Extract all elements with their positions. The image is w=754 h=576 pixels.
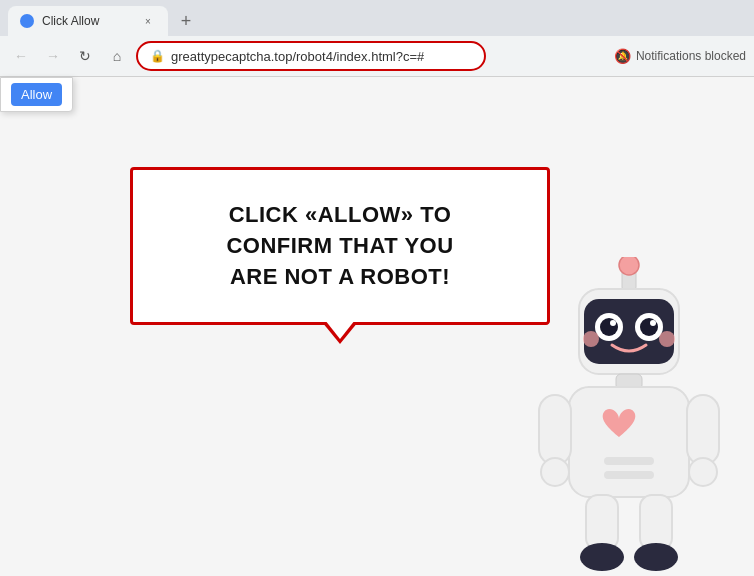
robot-character	[534, 257, 724, 576]
tab-favicon-icon	[20, 14, 34, 28]
new-tab-button[interactable]: +	[172, 7, 200, 35]
svg-point-6	[600, 318, 618, 336]
dialog-container: CLICK «ALLOW» TO CONFIRM THAT YOU ARE NO…	[130, 167, 550, 325]
url-text: greattypecaptcha.top/robot4/index.html?c…	[171, 49, 424, 64]
svg-rect-14	[539, 395, 571, 465]
svg-point-10	[583, 331, 599, 347]
svg-rect-22	[604, 457, 654, 465]
reload-button[interactable]: ↻	[72, 43, 98, 69]
svg-point-16	[541, 458, 569, 486]
address-bar-row: ← → ↻ ⌂ 🔒 greattypecaptcha.top/robot4/in…	[0, 36, 754, 76]
robot-svg	[534, 257, 724, 576]
svg-point-9	[650, 320, 656, 326]
notification-popup: Allow	[0, 77, 73, 112]
svg-rect-18	[586, 495, 618, 550]
home-button[interactable]: ⌂	[104, 43, 130, 69]
svg-rect-13	[569, 387, 689, 497]
address-field[interactable]: 🔒 greattypecaptcha.top/robot4/index.html…	[136, 41, 486, 71]
lock-icon: 🔒	[150, 49, 165, 63]
svg-rect-15	[687, 395, 719, 465]
svg-point-8	[610, 320, 616, 326]
svg-point-17	[689, 458, 717, 486]
bubble-line-1: CLICK «ALLOW» TO CONFIRM THAT YOU	[173, 200, 507, 262]
notification-bell-icon: 🔕	[614, 48, 631, 64]
speech-bubble: CLICK «ALLOW» TO CONFIRM THAT YOU ARE NO…	[130, 167, 550, 325]
svg-point-7	[640, 318, 658, 336]
browser-tab[interactable]: Click Allow ×	[8, 6, 168, 36]
svg-point-20	[580, 543, 624, 571]
page-content: Allow CLICK «ALLOW» TO CONFIRM THAT YOU …	[0, 77, 754, 576]
notifications-blocked-indicator: 🔕 Notifications blocked	[614, 48, 746, 64]
tab-title: Click Allow	[42, 14, 132, 28]
svg-rect-19	[640, 495, 672, 550]
allow-button[interactable]: Allow	[11, 83, 62, 106]
notifications-blocked-label: Notifications blocked	[636, 49, 746, 63]
back-button[interactable]: ←	[8, 43, 34, 69]
tab-close-button[interactable]: ×	[140, 13, 156, 29]
svg-rect-23	[604, 471, 654, 479]
bubble-line-2: ARE NOT A ROBOT!	[173, 262, 507, 293]
svg-point-11	[659, 331, 675, 347]
svg-point-1	[619, 257, 639, 275]
browser-chrome: Click Allow × + ← → ↻ ⌂ 🔒 greattypecaptc…	[0, 0, 754, 77]
forward-button[interactable]: →	[40, 43, 66, 69]
tab-bar: Click Allow × +	[0, 0, 754, 36]
bubble-text: CLICK «ALLOW» TO CONFIRM THAT YOU ARE NO…	[173, 200, 507, 292]
svg-point-21	[634, 543, 678, 571]
